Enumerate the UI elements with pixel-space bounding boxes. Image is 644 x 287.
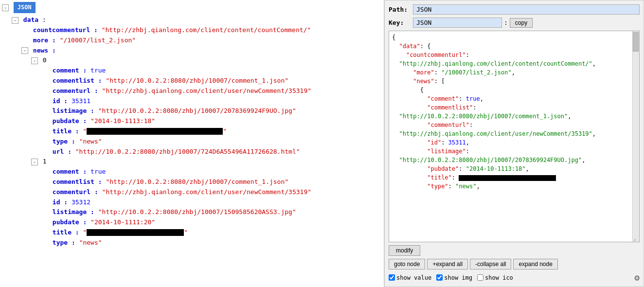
- json-line: "id": 35311,: [392, 138, 628, 147]
- key-input[interactable]: [413, 18, 502, 28]
- json-line: "comment": true,: [392, 94, 628, 103]
- json-root-node: - JSON: [2, 2, 384, 15]
- more-value: "/10007/list_2.json": [60, 36, 136, 44]
- checkboxes-group: show value show img show ico: [389, 274, 513, 281]
- json-line: "commenturl":: [392, 121, 628, 129]
- id0-node: id : 35311: [41, 96, 384, 107]
- listimage1-node: listimage : "http://10.0.2.2:8080/zhbj/1…: [41, 207, 384, 217]
- scrollbar-thumb[interactable]: [633, 32, 639, 52]
- countcommenturl-value: "http://zhbj.qianlong.com/client/content…: [102, 26, 311, 34]
- json-tree-panel: - JSON - data : countcommenturl : "http:…: [0, 0, 384, 287]
- news-node: - news :: [21, 46, 384, 56]
- copy-button[interactable]: copy: [510, 18, 533, 28]
- listimage0-node: listimage : "http://10.0.2.2:8080/zhbj/1…: [41, 106, 384, 116]
- data-key: data: [23, 16, 38, 23]
- commentlist0-node: commentlist : "http://10.0.2.2:8080/zhbj…: [41, 76, 384, 86]
- show-value-label: show value: [396, 274, 431, 281]
- show-img-checkbox-label[interactable]: show img: [436, 274, 472, 281]
- json-line: "http://zhbj.qianlong.com/client/user/ne…: [392, 129, 628, 138]
- show-img-label: show img: [444, 274, 472, 281]
- json-line: {: [392, 33, 628, 42]
- json-line: "data": {: [392, 42, 628, 51]
- url0-node: url : "http://10.0.2.2:8080/zhbj/10007/7…: [41, 147, 384, 157]
- json-preview-area[interactable]: { "data": { "countcommenturl": "http://z…: [389, 31, 640, 242]
- title0-redacted: [87, 128, 223, 135]
- show-img-checkbox[interactable]: [436, 274, 443, 281]
- json-tab-label[interactable]: JSON: [14, 2, 36, 13]
- type1-node: type : "news": [41, 238, 384, 248]
- title1-redacted: [87, 229, 184, 236]
- title1-node: title : "": [41, 228, 384, 238]
- show-ico-label: show ico: [485, 274, 513, 281]
- type0-node: type : "news": [41, 137, 384, 147]
- id1-node: id : 35312: [41, 197, 384, 208]
- comment1-node: comment : true: [41, 167, 384, 177]
- more-node: more : "/10007/list_2.json": [21, 36, 384, 46]
- json-line: "http://10.0.2.2:8080/zhbj/10007/comment…: [392, 112, 628, 121]
- title0-node: title : "": [41, 126, 384, 137]
- path-row: Path:: [389, 4, 640, 15]
- settings-icon[interactable]: ⚙: [634, 272, 640, 283]
- colon-separator: :: [504, 19, 508, 26]
- countcommenturl-node: countcommenturl : "http://zhbj.qianlong.…: [21, 25, 384, 36]
- json-line: "http://zhbj.qianlong.com/client/content…: [392, 59, 628, 68]
- json-line: "title":: [392, 173, 628, 182]
- collapse-all-button[interactable]: -collapse all: [470, 259, 511, 269]
- preview-title-redacted: [459, 175, 556, 181]
- commenturl0-node: commenturl : "http://zhbj.qianlong.com/c…: [41, 86, 384, 96]
- item1-toggle[interactable]: -: [31, 159, 38, 165]
- show-value-checkbox-label[interactable]: show value: [389, 274, 431, 281]
- goto-node-button[interactable]: goto node: [389, 259, 425, 269]
- item0-key: 0: [43, 56, 47, 64]
- item1-key: 1: [43, 158, 47, 165]
- item0-node: - 0: [31, 55, 384, 66]
- json-line: "countcommenturl":: [392, 51, 628, 59]
- json-line: "http://10.0.2.2:8080/zhbj/10007/2078369…: [392, 156, 628, 164]
- pubdate0-node: pubdate : "2014-10-1113:18": [41, 116, 384, 126]
- json-line: "commentlist":: [392, 103, 628, 112]
- expand-node-button[interactable]: expand node: [513, 259, 557, 269]
- commenturl1-node: commenturl : "http://zhbj.qianlong.com/c…: [41, 187, 384, 197]
- show-ico-checkbox-label[interactable]: show ico: [477, 274, 513, 281]
- data-node: - data :: [12, 15, 384, 25]
- right-panel: Path: Key: : copy { "data": { "countcomm…: [384, 0, 644, 287]
- json-line: "type": "news",: [392, 182, 628, 191]
- comment0-node: comment : true: [41, 66, 384, 76]
- json-line: "pubdate": "2014-10-1113:18",: [392, 164, 628, 173]
- news-key: news :: [33, 47, 56, 54]
- news-toggle[interactable]: -: [21, 47, 28, 54]
- key-label: Key:: [389, 19, 413, 26]
- json-line: {: [392, 86, 628, 94]
- more-key: more :: [33, 36, 56, 44]
- scrollbar-track[interactable]: [632, 31, 639, 242]
- path-label: Path:: [389, 6, 413, 13]
- modify-button[interactable]: modify: [389, 245, 420, 256]
- action-buttons-row: goto node +expand all -collapse all expa…: [389, 259, 640, 269]
- countcommenturl-key: countcommenturl :: [33, 26, 98, 34]
- bottom-row: show value show img show ico ⚙: [389, 272, 640, 283]
- json-line: "more": "/10007/list_2.json",: [392, 68, 628, 77]
- item0-toggle[interactable]: -: [31, 57, 38, 64]
- commentlist1-node: commentlist : "http://10.0.2.2:8080/zhbj…: [41, 177, 384, 187]
- expand-all-button[interactable]: +expand all: [427, 259, 468, 269]
- json-line: "listimage":: [392, 147, 628, 156]
- pubdate1-node: pubdate : "2014-10-1111:20": [41, 217, 384, 228]
- resize-handle[interactable]: ↗: [633, 236, 638, 241]
- item1-node: - 1: [31, 157, 384, 167]
- json-content: { "data": { "countcommenturl": "http://z…: [392, 33, 636, 191]
- json-line: "news": [: [392, 77, 628, 86]
- data-toggle[interactable]: -: [12, 17, 18, 24]
- root-toggle[interactable]: -: [2, 4, 9, 11]
- show-ico-checkbox[interactable]: [477, 274, 483, 281]
- path-input[interactable]: [413, 4, 640, 15]
- key-row: Key: : copy: [389, 18, 640, 28]
- show-value-checkbox[interactable]: [389, 274, 395, 281]
